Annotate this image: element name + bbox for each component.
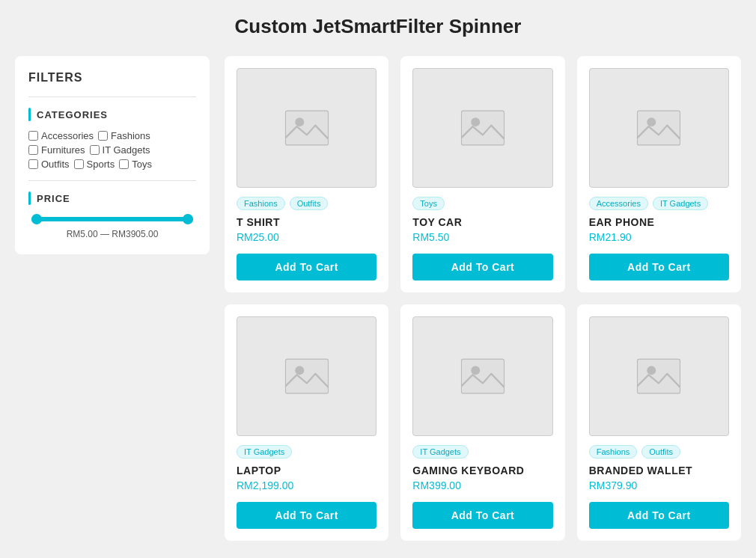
- checkbox-it-gadgets[interactable]: [90, 145, 100, 155]
- product-card-toy-car: ToysTOY CARRM5.50Add To Cart: [400, 56, 564, 292]
- categories-heading: CATEGORIES: [28, 108, 196, 121]
- placeholder-svg: [460, 358, 505, 395]
- product-grid: FashionsOutfitsT SHIRTRM25.00Add To Cart…: [225, 56, 741, 541]
- checkbox-sports[interactable]: [74, 159, 84, 169]
- svg-rect-0: [285, 111, 328, 145]
- checkbox-group-3: Outfits Sports Toys: [28, 159, 196, 170]
- svg-point-9: [471, 366, 480, 375]
- add-to-cart-btn-gaming-keyboard[interactable]: Add To Cart: [412, 502, 552, 529]
- tag-it-gadgets: IT Gadgets: [237, 445, 292, 459]
- product-name-laptop: LAPTOP: [237, 465, 281, 476]
- svg-rect-8: [461, 359, 504, 393]
- svg-rect-4: [638, 111, 680, 145]
- product-price-toy-car: RM5.50: [412, 231, 449, 243]
- placeholder-svg: [460, 109, 505, 147]
- product-card-ear-phone: AccessoriesIT GadgetsEAR PHONERM21.90Add…: [577, 56, 741, 292]
- svg-point-3: [471, 117, 480, 126]
- product-card-branded-wallet: FashionsOutfitsBRANDED WALLETRM379.90Add…: [577, 304, 741, 541]
- product-image-branded-wallet: [589, 316, 729, 436]
- svg-point-7: [295, 366, 304, 375]
- tag-it-gadgets: IT Gadgets: [412, 445, 468, 459]
- tag-it-gadgets: IT Gadgets: [653, 197, 708, 210]
- checkbox-outfits[interactable]: [28, 159, 38, 169]
- tag-row-toy-car: Toys: [412, 197, 445, 210]
- checkbox-item-fashions[interactable]: Fashions: [98, 130, 150, 141]
- checkbox-item-furnitures[interactable]: Furnitures: [28, 144, 85, 156]
- tag-fashions: Fashions: [237, 197, 285, 210]
- product-price-laptop: RM2,199.00: [237, 479, 293, 491]
- tag-row-laptop: IT Gadgets: [237, 445, 292, 459]
- price-heading: PRICE: [28, 191, 196, 205]
- price-thumb-left[interactable]: [31, 214, 42, 224]
- product-card-laptop: IT GadgetsLAPTOPRM2,199.00Add To Cart: [225, 304, 388, 541]
- placeholder-svg: [636, 358, 681, 395]
- tag-row-gaming-keyboard: IT Gadgets: [412, 445, 468, 459]
- checkbox-item-accessories[interactable]: Accessories: [28, 130, 94, 141]
- svg-point-1: [295, 117, 304, 126]
- product-price-ear-phone: RM21.90: [589, 231, 632, 243]
- add-to-cart-btn-laptop[interactable]: Add To Cart: [237, 502, 377, 529]
- checkbox-item-toys[interactable]: Toys: [119, 159, 152, 170]
- checkbox-accessories[interactable]: [28, 131, 38, 141]
- checkbox-group: Accessories Fashions: [28, 130, 196, 141]
- product-image-gaming-keyboard: [412, 316, 552, 436]
- svg-point-5: [647, 117, 656, 126]
- tag-row-ear-phone: AccessoriesIT Gadgets: [589, 197, 709, 210]
- product-image-laptop: [237, 316, 377, 436]
- svg-rect-2: [461, 111, 504, 145]
- checkbox-item-outfits[interactable]: Outfits: [28, 159, 70, 170]
- price-section: PRICE RM5.00 — RM3905.00: [28, 191, 196, 239]
- product-name-branded-wallet: BRANDED WALLET: [589, 465, 692, 476]
- tag-row-branded-wallet: FashionsOutfits: [589, 445, 680, 459]
- price-label: RM5.00 — RM3905.00: [28, 229, 196, 239]
- product-card-gaming-keyboard: IT GadgetsGAMING KEYBOARDRM399.00Add To …: [400, 304, 564, 541]
- sidebar-divider-2: [28, 180, 196, 181]
- placeholder-svg: [284, 109, 329, 147]
- checkbox-toys[interactable]: [119, 159, 129, 169]
- checkbox-fashions[interactable]: [98, 131, 108, 141]
- placeholder-svg: [284, 358, 329, 395]
- tag-outfits: Outfits: [641, 445, 680, 459]
- add-to-cart-btn-ear-phone[interactable]: Add To Cart: [589, 254, 729, 280]
- placeholder-svg: [636, 109, 681, 147]
- tag-fashions: Fashions: [589, 445, 638, 459]
- product-card-t-shirt: FashionsOutfitsT SHIRTRM25.00Add To Cart: [225, 56, 388, 292]
- product-name-ear-phone: EAR PHONE: [589, 216, 655, 228]
- product-price-gaming-keyboard: RM399.00: [412, 479, 461, 491]
- price-range-slider[interactable]: [31, 217, 193, 221]
- sidebar-divider: [28, 96, 196, 97]
- svg-rect-10: [638, 359, 680, 393]
- filters-title: FILTERS: [28, 71, 196, 85]
- add-to-cart-btn-branded-wallet[interactable]: Add To Cart: [589, 502, 729, 529]
- checkbox-furnitures[interactable]: [28, 145, 38, 155]
- sidebar: FILTERS CATEGORIES Accessories Fashions …: [15, 56, 210, 254]
- product-name-gaming-keyboard: GAMING KEYBOARD: [412, 465, 524, 476]
- add-to-cart-btn-toy-car[interactable]: Add To Cart: [412, 254, 552, 280]
- product-name-t-shirt: T SHIRT: [237, 216, 280, 228]
- price-range-fill: [31, 217, 193, 221]
- price-thumb-right[interactable]: [183, 214, 193, 224]
- product-image-ear-phone: [589, 68, 729, 188]
- product-image-toy-car: [412, 68, 552, 188]
- add-to-cart-btn-t-shirt[interactable]: Add To Cart: [237, 254, 377, 280]
- main-layout: FILTERS CATEGORIES Accessories Fashions …: [15, 56, 741, 541]
- product-image-t-shirt: [237, 68, 377, 188]
- product-price-branded-wallet: RM379.90: [589, 479, 638, 491]
- checkbox-item-it-gadgets[interactable]: IT Gadgets: [90, 144, 150, 156]
- product-name-toy-car: TOY CAR: [412, 216, 462, 228]
- checkbox-group-2: Furnitures IT Gadgets: [28, 144, 196, 156]
- tag-accessories: Accessories: [589, 197, 648, 210]
- svg-point-11: [647, 366, 656, 375]
- page-title: Custom JetSmartFilter Spinner: [15, 15, 741, 38]
- tag-row-t-shirt: FashionsOutfits: [237, 197, 328, 210]
- checkbox-item-sports[interactable]: Sports: [74, 159, 115, 170]
- tag-toys: Toys: [412, 197, 445, 210]
- svg-rect-6: [285, 359, 328, 393]
- tag-outfits: Outfits: [290, 197, 329, 210]
- product-price-t-shirt: RM25.00: [237, 231, 279, 243]
